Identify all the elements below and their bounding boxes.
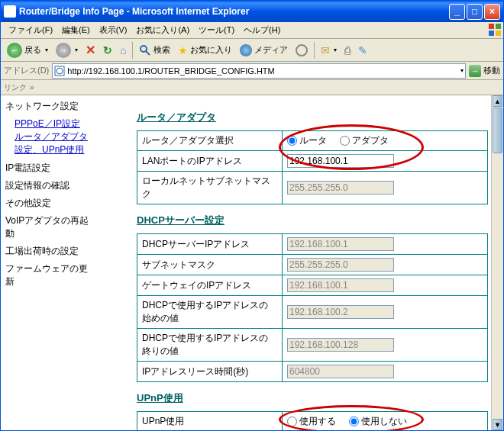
sidebar-item-confirm[interactable]: 設定情報の確認 — [5, 179, 95, 192]
sidebar-item-router-adapter[interactable]: ルータ／アダプタ設定、UPnP使用 — [5, 130, 95, 156]
dhcp-start-label: DHCPで使用するIPアドレスの始めの値 — [137, 296, 283, 329]
address-label: アドレス(D) — [4, 65, 49, 76]
local-subnet-label: ローカルネットサブネットマスク — [137, 172, 283, 204]
sidebar-item-voip-restart[interactable]: VoIPアダプタの再起動 — [5, 214, 95, 240]
svg-rect-3 — [496, 31, 501, 36]
section-title-router-adapter: ルータ／アダプタ — [137, 111, 488, 124]
url-text: http://192.168.100.1/ROUTER_BRIDGE_CONFI… — [67, 66, 459, 76]
local-subnet-input — [287, 181, 394, 195]
upnp-use-radio[interactable] — [287, 417, 297, 426]
favorites-button[interactable]: ★ お気に入り — [175, 43, 235, 58]
upnp-use-option[interactable]: 使用する — [287, 416, 336, 426]
dhcp-server-ip-input — [287, 237, 394, 251]
url-input-container[interactable]: http://192.168.100.1/ROUTER_BRIDGE_CONFI… — [52, 63, 466, 79]
dhcp-end-label: DHCPで使用するIPアドレスの終りの値 — [137, 329, 283, 362]
svg-rect-2 — [489, 31, 494, 36]
go-arrow-icon: → — [469, 65, 481, 77]
dhcp-start-input — [287, 305, 394, 319]
links-bar: リンク » — [1, 80, 503, 95]
search-button[interactable]: 検索 — [136, 43, 173, 58]
stop-button[interactable]: ✕ — [82, 41, 99, 59]
go-button[interactable]: → 移動 — [469, 65, 500, 77]
upnp-table: UPnP使用 使用する 使用しない — [137, 411, 488, 430]
sidebar-item-other[interactable]: その他設定 — [5, 197, 95, 210]
dhcp-gateway-input — [287, 278, 394, 292]
dhcp-lease-input — [287, 365, 394, 378]
mode-adapter-option[interactable]: アダプタ — [340, 135, 389, 146]
media-icon — [240, 44, 252, 56]
search-icon — [139, 44, 151, 56]
separator — [132, 42, 133, 59]
svg-line-5 — [146, 51, 150, 55]
minimize-button[interactable]: _ — [449, 4, 465, 20]
media-label: メディア — [254, 44, 288, 56]
forward-arrow-icon: → — [56, 43, 71, 58]
menu-help[interactable]: ヘルプ(H) — [239, 23, 285, 37]
svg-rect-0 — [489, 24, 494, 29]
main-content: ルータ／アダプタ ルータ／アダプタ選択 ルータ アダプタ LANポートのIPアド… — [100, 95, 503, 430]
scroll-up-arrow-icon[interactable]: ▲ — [493, 95, 502, 107]
upnp-label: UPnP使用 — [137, 412, 283, 431]
menubar: ファイル(F) 編集(E) 表示(V) お気に入り(A) ツール(T) ヘルプ(… — [1, 22, 503, 39]
sidebar-item-network[interactable]: ネットワーク設定 — [5, 100, 95, 113]
links-label: リンク — [4, 82, 27, 93]
sidebar-item-pppoe[interactable]: PPPoE／IP設定 — [5, 117, 95, 130]
mode-label: ルータ／アダプタ選択 — [137, 131, 283, 151]
scroll-down-arrow-icon[interactable]: ▼ — [493, 419, 502, 430]
titlebar: Router/Bridge Info Page - Microsoft Inte… — [1, 1, 503, 22]
close-button[interactable]: × — [484, 4, 500, 20]
home-button[interactable]: ⌂ — [117, 43, 129, 58]
section-title-upnp: UPnP使用 — [137, 391, 488, 405]
lan-ip-input[interactable] — [287, 154, 394, 168]
mail-button[interactable]: ✉▾ — [318, 43, 340, 58]
mode-adapter-radio[interactable] — [340, 136, 350, 146]
lan-ip-label: LANポートのIPアドレス — [137, 151, 283, 172]
sidebar-item-ipphone[interactable]: IP電話設定 — [5, 162, 95, 175]
dhcp-subnet-input — [287, 258, 394, 272]
svg-rect-1 — [496, 24, 501, 29]
chevron-down-icon: ▾ — [334, 47, 337, 53]
history-icon — [296, 44, 308, 56]
menu-view[interactable]: 表示(V) — [95, 23, 132, 37]
back-arrow-icon: ← — [7, 43, 22, 58]
vertical-scrollbar[interactable]: ▲ ▼ — [491, 95, 503, 430]
upnp-nouse-radio[interactable] — [349, 417, 359, 426]
dhcp-end-input — [287, 338, 394, 352]
sidebar: ネットワーク設定 PPPoE／IP設定 ルータ／アダプタ設定、UPnP使用 IP… — [1, 95, 100, 430]
ie-page-icon — [54, 66, 65, 76]
history-button[interactable] — [292, 43, 311, 58]
home-icon: ⌂ — [120, 44, 126, 56]
menu-favorites[interactable]: お気に入り(A) — [131, 23, 194, 37]
menu-file[interactable]: ファイル(F) — [4, 23, 57, 37]
dhcp-lease-label: IPアドレスリース時間(秒) — [137, 362, 283, 382]
separator — [314, 42, 315, 59]
edit-button[interactable]: ✎ — [355, 43, 370, 58]
sidebar-item-factory[interactable]: 工場出荷時の設定 — [5, 245, 95, 258]
mode-router-option[interactable]: ルータ — [287, 135, 327, 146]
x-icon: ✕ — [86, 43, 95, 57]
maximize-button[interactable]: □ — [467, 4, 483, 20]
address-bar: アドレス(D) http://192.168.100.1/ROUTER_BRID… — [1, 62, 503, 80]
media-button[interactable]: メディア — [237, 43, 291, 58]
back-label: 戻る — [24, 44, 41, 56]
print-icon: ⎙ — [344, 44, 351, 56]
mode-router-radio[interactable] — [287, 136, 297, 146]
chevron-down-icon: ▾ — [75, 47, 78, 53]
menu-tools[interactable]: ツール(T) — [194, 23, 239, 37]
sidebar-item-firmware[interactable]: ファームウェアの更新 — [5, 262, 95, 288]
dhcp-table: DHCPサーバーIPアドレス サブネットマスク ゲートウェイのIPアドレス DH… — [137, 233, 488, 382]
dhcp-subnet-label: サブネットマスク — [137, 255, 283, 275]
forward-button[interactable]: → ▾ — [53, 41, 81, 60]
svg-point-4 — [141, 46, 147, 52]
menu-edit[interactable]: 編集(E) — [57, 23, 95, 37]
refresh-button[interactable]: ↻ — [100, 43, 115, 58]
edit-icon: ✎ — [358, 44, 367, 56]
refresh-icon: ↻ — [103, 44, 112, 56]
upnp-nouse-option[interactable]: 使用しない — [349, 416, 407, 426]
scroll-thumb[interactable] — [493, 108, 502, 153]
dhcp-gateway-label: ゲートウェイのIPアドレス — [137, 275, 283, 296]
favorites-label: お気に入り — [190, 44, 232, 56]
print-button[interactable]: ⎙ — [341, 43, 354, 58]
back-button[interactable]: ← 戻る ▾ — [4, 41, 51, 60]
chevron-down-icon[interactable]: ▾ — [460, 67, 464, 74]
